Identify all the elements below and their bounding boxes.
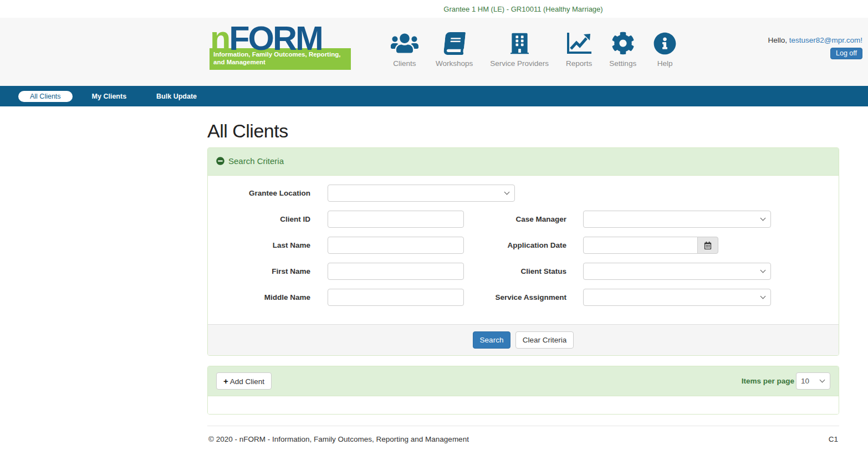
form-row-last-name: Last Name Application Date [208,237,839,254]
middle-name-input[interactable] [328,289,464,306]
grantee-location-select[interactable] [328,185,515,202]
results-header: +Add Client Items per page 10 [208,366,839,396]
service-assignment-select[interactable] [583,289,771,306]
form-row-grantee-location: Grantee Location [208,185,839,202]
search-criteria-panel: Search Criteria Grantee Location Client … [207,147,839,356]
search-button[interactable]: Search [473,331,511,349]
application-date-input[interactable] [583,237,698,254]
grantee-label: Grantee 1 HM (LE) - GR10011 (Healthy Mar… [207,0,839,19]
calendar-icon [704,242,712,249]
case-manager-select[interactable] [583,211,771,228]
nav-item-service-providers[interactable]: Service Providers [490,31,549,68]
logo-n: n [210,19,229,57]
nav-label-service-providers: Service Providers [490,59,549,68]
results-body-empty [208,396,839,414]
case-manager-select-wrap [583,211,771,228]
last-name-label: Last Name [273,241,310,249]
page-title: All Clients [207,120,839,142]
user-email-link[interactable]: testuser82@mpr.com! [789,36,862,44]
last-name-input[interactable] [328,237,464,254]
tab-my-clients[interactable]: My Clients [92,93,127,100]
main-container: All Clients Search Criteria Grantee Loca… [207,120,839,443]
nform-logo[interactable]: nFORM Information, Family Outcomes, Repo… [210,24,351,70]
copyright-text: © 2020 - nFORM - Information, Family Out… [208,435,469,443]
case-manager-label: Case Manager [515,215,566,223]
application-date-label: Application Date [507,241,566,249]
gear-icon [611,31,635,55]
grantee-strip: Grantee 1 HM (LE) - GR10011 (Healthy Mar… [0,0,868,18]
clients-tab-bar: All Clients My Clients Bulk Update [0,86,868,106]
app-header: nFORM Information, Family Outcomes, Repo… [0,18,868,86]
nav-item-settings[interactable]: Settings [609,31,636,68]
service-assignment-label: Service Assignment [495,293,566,301]
nav-item-clients[interactable]: Clients [391,31,418,68]
grantee-location-label: Grantee Location [249,189,310,197]
grantee-location-select-wrap [328,185,515,202]
client-status-label: Client Status [520,267,566,275]
client-status-select[interactable] [583,263,771,280]
form-row-client-id: Client ID Case Manager [208,211,839,228]
nav-item-help[interactable]: Help [653,31,676,68]
search-actions: Search Clear Criteria [208,324,839,355]
calendar-button[interactable] [697,237,718,254]
application-date-group [583,237,718,254]
log-off-button[interactable]: Log off [830,48,862,59]
nav-label-settings: Settings [609,59,636,68]
tab-all-clients[interactable]: All Clients [18,91,73,102]
logo-form: FORM [229,19,322,57]
items-per-page-label: Items per page [742,377,794,385]
service-assignment-select-wrap [583,289,771,306]
nav-label-help: Help [657,59,673,68]
page-footer: © 2020 - nFORM - Information, Family Out… [207,426,839,443]
nav-item-workshops[interactable]: Workshops [436,31,473,68]
plus-icon: + [223,376,228,386]
nform-logo-text: nFORM [210,24,351,52]
users-icon [391,31,418,55]
client-status-select-wrap [583,263,771,280]
items-per-page: Items per page 10 [742,372,830,390]
info-circle-icon [653,31,676,55]
first-name-input[interactable] [328,263,464,280]
page-code: C1 [829,435,838,443]
add-client-button[interactable]: +Add Client [216,372,272,390]
building-icon [510,31,529,55]
main-nav: Clients Workshops Service Providers Repo… [391,31,676,68]
search-criteria-header: Search Criteria [208,148,839,176]
minus-circle-icon[interactable] [216,157,224,167]
items-per-page-select-wrap: 10 [796,372,830,390]
nav-label-workshops: Workshops [436,59,473,68]
clear-criteria-button[interactable]: Clear Criteria [515,331,574,349]
form-row-first-name: First Name Client Status [208,263,839,280]
nav-label-clients: Clients [393,59,416,68]
nav-item-reports[interactable]: Reports [566,31,592,68]
user-block: Hello, testuser82@mpr.com! Log off [768,36,862,59]
chart-line-icon [566,31,592,55]
client-id-input[interactable] [328,211,464,228]
book-icon [445,31,464,55]
first-name-label: First Name [272,267,310,275]
greeting: Hello, testuser82@mpr.com! [768,36,862,44]
nav-label-reports: Reports [566,59,592,68]
middle-name-label: Middle Name [264,293,310,301]
items-per-page-select[interactable]: 10 [796,372,830,390]
greeting-prefix: Hello, [768,36,789,44]
search-criteria-body: Grantee Location Client ID Case Manager … [208,176,839,324]
tab-bulk-update[interactable]: Bulk Update [156,93,197,100]
client-id-label: Client ID [280,215,310,223]
results-panel: +Add Client Items per page 10 [207,366,839,415]
search-criteria-title: Search Criteria [228,156,284,166]
add-client-label: Add Client [230,377,264,386]
form-row-middle-name: Middle Name Service Assignment [208,289,839,306]
